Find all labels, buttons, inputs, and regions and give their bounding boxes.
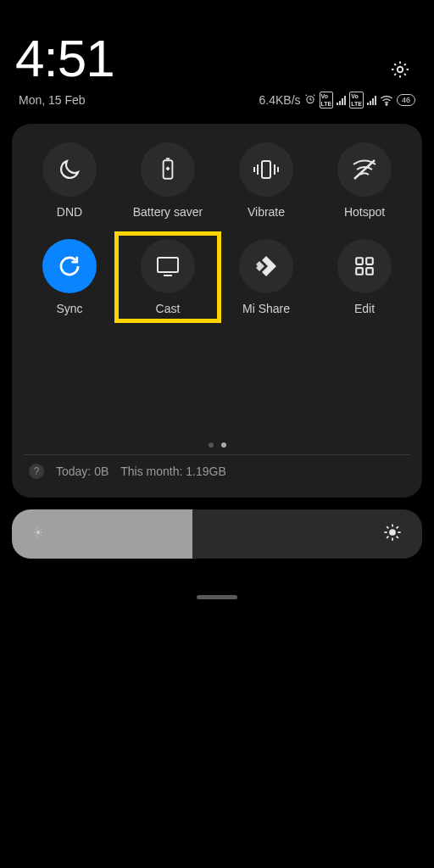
tile-edit[interactable]: Edit <box>319 239 410 315</box>
tile-label: Vibrate <box>248 205 285 219</box>
page-indicator[interactable] <box>24 442 410 448</box>
tile-label: Battery saver <box>133 205 203 219</box>
help-icon: ? <box>29 464 44 479</box>
wifi-icon <box>380 94 393 106</box>
moon-icon[interactable] <box>42 142 97 197</box>
alarm-icon <box>304 93 316 108</box>
svg-line-35 <box>397 526 398 528</box>
nav-handle[interactable] <box>197 595 237 599</box>
svg-rect-17 <box>356 268 363 275</box>
cast-icon[interactable] <box>141 239 195 293</box>
svg-line-24 <box>35 529 36 530</box>
volte-icon-1: VoLTE <box>320 92 334 108</box>
tile-dnd[interactable]: DND <box>24 142 115 219</box>
svg-point-2 <box>386 103 387 105</box>
svg-rect-18 <box>366 268 373 275</box>
svg-line-26 <box>41 529 42 530</box>
vibrate-icon[interactable] <box>239 142 293 197</box>
tile-sync[interactable]: Sync <box>24 239 115 315</box>
quick-settings-panel: DNDBattery saverVibrateHotspotSyncCastMi… <box>12 124 422 498</box>
svg-point-19 <box>36 531 40 534</box>
tile-label: DND <box>57 205 82 219</box>
battery-icon[interactable] <box>141 142 195 197</box>
svg-line-34 <box>397 537 398 538</box>
svg-rect-16 <box>366 258 373 264</box>
tile-hotspot[interactable]: Hotspot <box>319 142 410 219</box>
svg-line-33 <box>387 526 388 528</box>
battery-indicator: 46 <box>397 94 415 106</box>
signal-icon-1 <box>337 95 346 105</box>
tile-label: Edit <box>354 302 375 315</box>
edit-icon[interactable] <box>337 239 392 293</box>
svg-point-28 <box>389 529 396 536</box>
net-speed: 6.4KB/s <box>259 93 301 107</box>
volte-icon-2: VoLTE <box>349 92 364 108</box>
svg-point-0 <box>398 67 403 72</box>
date: Mon, 15 Feb <box>19 93 86 107</box>
svg-line-36 <box>387 537 388 538</box>
brightness-high-icon <box>383 523 402 545</box>
tile-battery[interactable]: Battery saver <box>122 142 214 219</box>
tile-label: Mi Share <box>242 302 290 315</box>
divider <box>24 454 410 455</box>
settings-icon[interactable] <box>390 59 410 83</box>
svg-rect-13 <box>158 258 178 272</box>
brightness-low-icon <box>32 526 44 542</box>
data-usage-month: This month: 1.19GB <box>120 465 226 478</box>
sync-icon[interactable] <box>42 239 97 293</box>
tile-mishare[interactable]: Mi Share <box>220 239 312 315</box>
data-usage-today: Today: 0B <box>56 465 108 478</box>
hotspot-icon[interactable] <box>337 142 392 197</box>
tile-cast[interactable]: Cast <box>114 231 221 323</box>
svg-line-25 <box>41 535 42 536</box>
svg-rect-7 <box>262 161 270 178</box>
tile-label: Sync <box>56 302 82 315</box>
signal-icon-2 <box>367 95 376 105</box>
data-usage[interactable]: ? Today: 0B This month: 1.19GB <box>24 464 410 486</box>
mishare-icon[interactable] <box>239 239 293 293</box>
svg-rect-15 <box>356 258 363 264</box>
tile-vibrate[interactable]: Vibrate <box>220 142 312 219</box>
tile-label: Cast <box>156 302 181 315</box>
clock: 4:51 <box>15 32 114 85</box>
status-bar-icons: 6.4KB/s VoLTE VoLTE 46 <box>259 92 415 108</box>
tile-label: Hotspot <box>344 205 385 219</box>
svg-line-27 <box>35 535 36 536</box>
brightness-slider[interactable] <box>12 509 422 559</box>
